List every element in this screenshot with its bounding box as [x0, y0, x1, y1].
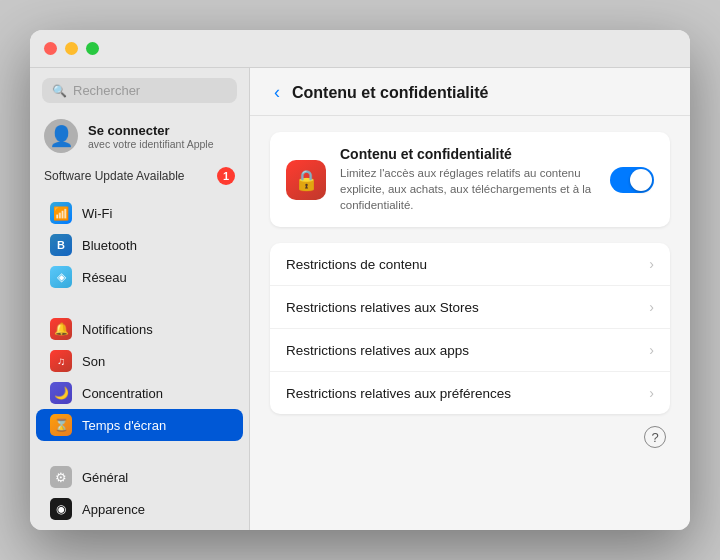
- menu-item-label: Restrictions de contenu: [286, 257, 427, 272]
- sidebar-item-son[interactable]: ♫ Son: [36, 345, 243, 377]
- sidebar-item-notifications[interactable]: 🔔 Notifications: [36, 313, 243, 345]
- close-button[interactable]: [44, 42, 57, 55]
- search-placeholder: Rechercher: [73, 83, 140, 98]
- sidebar-item-temps-ecran[interactable]: ⌛ Temps d'écran: [36, 409, 243, 441]
- sidebar: 🔍 Rechercher 👤 Se connecter avec votre i…: [30, 68, 250, 530]
- help-row: ?: [270, 414, 670, 448]
- chevron-icon: ›: [649, 299, 654, 315]
- feature-card: 🔒 Contenu et confidentialité Limitez l'a…: [270, 132, 670, 227]
- sidebar-item-apparence[interactable]: ◉ Apparence: [36, 493, 243, 525]
- sidebar-item-reseau[interactable]: ◈ Réseau: [36, 261, 243, 293]
- panel-header: ‹ Contenu et confidentialité: [250, 68, 690, 116]
- menu-item-restrictions-stores[interactable]: Restrictions relatives aux Stores ›: [270, 286, 670, 329]
- network-icon: ◈: [50, 266, 72, 288]
- sidebar-item-label: Notifications: [82, 322, 153, 337]
- content-area: 🔍 Rechercher 👤 Se connecter avec votre i…: [30, 68, 690, 530]
- sidebar-item-concentration[interactable]: 🌙 Concentration: [36, 377, 243, 409]
- panel-title: Contenu et confidentialité: [292, 84, 488, 102]
- sidebar-item-label: Apparence: [82, 502, 145, 517]
- general-icon: ⚙: [50, 466, 72, 488]
- back-button[interactable]: ‹: [270, 82, 284, 103]
- menu-list: Restrictions de contenu › Restrictions r…: [270, 243, 670, 414]
- notifications-icon: 🔔: [50, 318, 72, 340]
- minimize-button[interactable]: [65, 42, 78, 55]
- sidebar-item-accessibilite[interactable]: ⓘ Accessibilité: [36, 525, 243, 530]
- sidebar-item-label: Wi-Fi: [82, 206, 112, 221]
- search-bar[interactable]: 🔍 Rechercher: [42, 78, 237, 103]
- user-subtitle: avec votre identifiant Apple: [88, 138, 214, 150]
- menu-item-restrictions-prefs[interactable]: Restrictions relatives aux préférences ›: [270, 372, 670, 414]
- sidebar-group-system: ⚙ Général ◉ Apparence ⓘ Accessibilité ▤ …: [30, 457, 249, 530]
- maximize-button[interactable]: [86, 42, 99, 55]
- menu-item-restrictions-apps[interactable]: Restrictions relatives aux apps ›: [270, 329, 670, 372]
- update-badge: 1: [217, 167, 235, 185]
- user-section[interactable]: 👤 Se connecter avec votre identifiant Ap…: [30, 111, 249, 163]
- panel-content: 🔒 Contenu et confidentialité Limitez l'a…: [250, 116, 690, 530]
- main-window: 🔍 Rechercher 👤 Se connecter avec votre i…: [30, 30, 690, 530]
- wifi-icon: 📶: [50, 202, 72, 224]
- chevron-icon: ›: [649, 342, 654, 358]
- sidebar-item-label: Bluetooth: [82, 238, 137, 253]
- avatar-icon: 👤: [49, 124, 74, 148]
- sidebar-group-network: 📶 Wi-Fi B Bluetooth ◈ Réseau: [30, 193, 249, 297]
- focus-icon: 🌙: [50, 382, 72, 404]
- menu-item-label: Restrictions relatives aux préférences: [286, 386, 511, 401]
- main-panel: ‹ Contenu et confidentialité 🔒 Contenu e…: [250, 68, 690, 530]
- apparence-icon: ◉: [50, 498, 72, 520]
- sidebar-item-label: Réseau: [82, 270, 127, 285]
- menu-item-restrictions-contenu[interactable]: Restrictions de contenu ›: [270, 243, 670, 286]
- feature-icon: 🔒: [286, 160, 326, 200]
- avatar: 👤: [44, 119, 78, 153]
- sound-icon: ♫: [50, 350, 72, 372]
- user-name: Se connecter: [88, 123, 214, 138]
- sidebar-group-general: 🔔 Notifications ♫ Son 🌙 Concentration ⌛ …: [30, 309, 249, 445]
- sidebar-item-wifi[interactable]: 📶 Wi-Fi: [36, 197, 243, 229]
- update-banner[interactable]: Software Update Available 1: [30, 163, 249, 193]
- sidebar-item-label: Concentration: [82, 386, 163, 401]
- feature-toggle[interactable]: [610, 167, 654, 193]
- search-icon: 🔍: [52, 84, 67, 98]
- titlebar: [30, 30, 690, 68]
- sidebar-item-bluetooth[interactable]: B Bluetooth: [36, 229, 243, 261]
- help-button[interactable]: ?: [644, 426, 666, 448]
- menu-item-label: Restrictions relatives aux apps: [286, 343, 469, 358]
- menu-item-label: Restrictions relatives aux Stores: [286, 300, 479, 315]
- update-text: Software Update Available: [44, 169, 185, 183]
- feature-text: Contenu et confidentialité Limitez l'acc…: [340, 146, 596, 213]
- sidebar-item-general[interactable]: ⚙ Général: [36, 461, 243, 493]
- chevron-icon: ›: [649, 385, 654, 401]
- bluetooth-icon: B: [50, 234, 72, 256]
- user-info: Se connecter avec votre identifiant Appl…: [88, 123, 214, 150]
- screen-time-icon: ⌛: [50, 414, 72, 436]
- feature-description: Limitez l'accès aux réglages relatifs au…: [340, 165, 596, 213]
- sidebar-item-label: Son: [82, 354, 105, 369]
- chevron-icon: ›: [649, 256, 654, 272]
- feature-title: Contenu et confidentialité: [340, 146, 596, 162]
- sidebar-item-label: Temps d'écran: [82, 418, 166, 433]
- sidebar-item-label: Général: [82, 470, 128, 485]
